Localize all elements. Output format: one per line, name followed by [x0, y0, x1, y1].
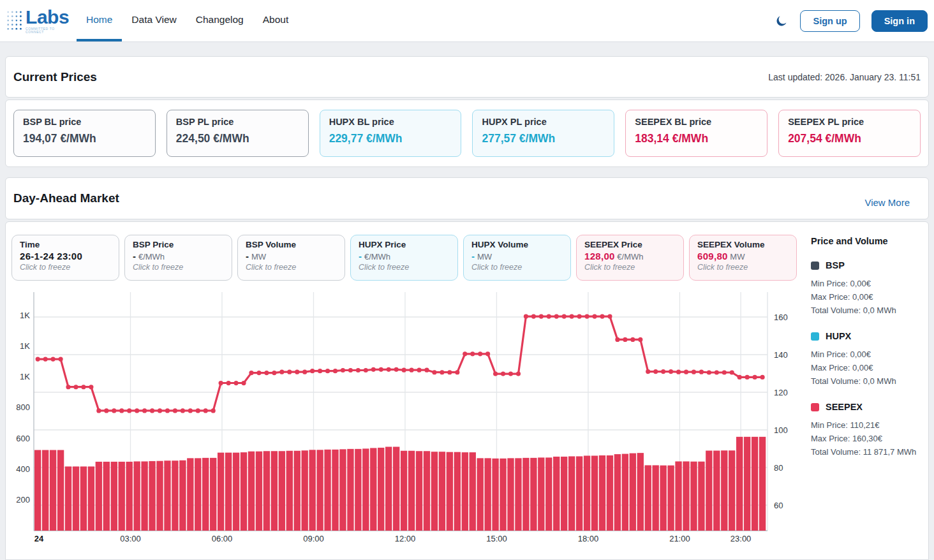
legend-series-bsp: BSP Min Price: 0,00€ Max Price: 0,00€ To… — [811, 260, 926, 317]
freeze-card-value: - — [133, 251, 136, 262]
legend-max-price: Max Price: 160,30€ — [811, 432, 926, 445]
chart-canvas[interactable]: 2004006008001K1K1K60801001201401602403:0… — [6, 287, 801, 560]
freeze-card-bsp-price[interactable]: BSP Price - €/MWh Click to freeze — [124, 235, 232, 281]
legend-max-price: Max Price: 0,00€ — [811, 361, 926, 374]
price-card-label: BSP BL price — [23, 117, 146, 127]
nav-item-data-view[interactable]: Data View — [122, 0, 186, 41]
freeze-card-label: Time — [20, 240, 111, 249]
sign-up-button[interactable]: Sign up — [800, 10, 859, 32]
legend-series-name: HUPX — [826, 331, 851, 341]
freeze-card-value: 609,80 — [697, 251, 728, 262]
price-card-value: 194,07 €/MWh — [23, 132, 146, 145]
legend-min-price: Min Price: 0,00€ — [811, 348, 926, 361]
freeze-card-hupx-price[interactable]: HUPX Price - €/MWh Click to freeze — [350, 235, 458, 281]
svg-text:09:00: 09:00 — [303, 534, 324, 543]
freeze-card-label: BSP Price — [133, 240, 224, 249]
svg-text:15:00: 15:00 — [486, 534, 507, 543]
moon-icon — [775, 15, 788, 27]
freeze-card-value: - — [359, 251, 362, 262]
price-card-bsp-pl: BSP PL price 224,50 €/MWh — [167, 110, 309, 157]
last-updated-text: Last updated: 2026. January 23. 11:51 — [768, 72, 921, 82]
price-card-seepex-pl: SEEPEX PL price 207,54 €/MWh — [778, 110, 921, 157]
svg-text:200: 200 — [16, 495, 30, 505]
main-nav: Home Data View Changelog About — [77, 0, 298, 41]
svg-text:140: 140 — [774, 350, 788, 360]
current-prices-header-panel: Current Prices Last updated: 2026. Janua… — [5, 56, 929, 98]
app-header: Labs COMMITTED TO CONNECT Home Data View… — [0, 0, 934, 42]
freeze-card-hint: Click to freeze — [359, 263, 450, 272]
nav-item-changelog[interactable]: Changelog — [186, 0, 253, 41]
freeze-card-unit: €/MWh — [138, 252, 165, 262]
svg-text:60: 60 — [774, 501, 783, 510]
freeze-card-hint: Click to freeze — [246, 263, 337, 272]
legend-title: Price and Volume — [811, 236, 926, 246]
view-more-link[interactable]: View More — [864, 197, 910, 208]
freeze-card-unit: €/MWh — [364, 252, 390, 262]
freeze-card-hint: Click to freeze — [697, 263, 789, 272]
price-card-label: BSP PL price — [176, 117, 299, 127]
seepex-swatch-icon — [811, 403, 819, 411]
legend-series-hupx: HUPX Min Price: 0,00€ Max Price: 0,00€ T… — [811, 331, 926, 388]
freeze-card-label: SEEPEX Price — [584, 240, 676, 249]
svg-text:100: 100 — [774, 425, 788, 435]
freeze-card-value: 26-1-24 23:00 — [20, 251, 82, 262]
freeze-card-unit: MW — [730, 252, 745, 262]
svg-text:600: 600 — [16, 434, 30, 443]
svg-text:12:00: 12:00 — [395, 534, 416, 543]
header-actions: Sign up Sign in — [775, 0, 934, 41]
svg-text:18:00: 18:00 — [578, 534, 599, 543]
legend-total-volume: Total Volume: 0,0 MWh — [811, 374, 926, 388]
freeze-card-seepex-volume[interactable]: SEEPEX Volume 609,80 MW Click to freeze — [689, 235, 797, 281]
svg-text:23:00: 23:00 — [730, 534, 752, 543]
svg-text:1K: 1K — [20, 341, 30, 351]
app-logo: Labs COMMITTED TO CONNECT — [0, 0, 71, 41]
freeze-card-label: BSP Volume — [246, 240, 337, 249]
hupx-swatch-icon — [811, 332, 819, 341]
legend-min-price: Min Price: 0,00€ — [811, 277, 926, 290]
legend-series-name: SEEPEX — [826, 402, 863, 412]
svg-text:800: 800 — [16, 402, 30, 412]
price-card-label: HUPX PL price — [482, 117, 605, 127]
price-volume-chart[interactable]: 2004006008001K1K1K60801001201401602403:0… — [6, 287, 801, 560]
freeze-card-hint: Click to freeze — [133, 263, 224, 272]
price-card-value: 229,77 €/MWh — [329, 132, 452, 145]
logo-dots — [5, 8, 24, 34]
freeze-card-value: - — [246, 251, 249, 262]
day-ahead-header-panel: Day-Ahead Market — [5, 177, 929, 219]
day-ahead-title: Day-Ahead Market — [13, 191, 119, 205]
current-prices-title: Current Prices — [13, 70, 97, 84]
sign-in-button[interactable]: Sign in — [871, 10, 928, 32]
svg-text:1K: 1K — [20, 372, 30, 381]
freeze-card-hint: Click to freeze — [584, 263, 676, 272]
freeze-card-time[interactable]: Time 26-1-24 23:00 Click to freeze — [11, 235, 119, 281]
nav-item-about[interactable]: About — [253, 0, 299, 41]
nav-item-home[interactable]: Home — [77, 0, 122, 41]
logo-text: Labs — [26, 8, 71, 27]
freeze-card-label: HUPX Price — [359, 240, 450, 249]
freeze-card-bsp-volume[interactable]: BSP Volume - MW Click to freeze — [237, 235, 345, 281]
legend-total-volume: Total Volume: 11 871,7 MWh — [811, 445, 926, 459]
svg-text:03:00: 03:00 — [120, 534, 141, 543]
bsp-swatch-icon — [811, 262, 819, 270]
freeze-card-hint: Click to freeze — [20, 263, 111, 272]
price-card-value: 207,54 €/MWh — [788, 132, 911, 145]
svg-text:06:00: 06:00 — [212, 534, 233, 543]
svg-text:24: 24 — [34, 534, 44, 543]
legend-total-volume: Total Volume: 0,0 MWh — [811, 304, 926, 317]
chart-legend: Price and Volume BSP Min Price: 0,00€ Ma… — [811, 236, 926, 473]
price-card-label: SEEPEX BL price — [635, 117, 758, 127]
svg-text:120: 120 — [774, 388, 788, 397]
freeze-card-hupx-volume[interactable]: HUPX Volume - MW Click to freeze — [463, 235, 571, 281]
legend-min-price: Min Price: 110,21€ — [811, 418, 926, 432]
price-card-value: 224,50 €/MWh — [176, 132, 299, 145]
freeze-card-label: HUPX Volume — [471, 240, 563, 249]
freeze-card-value: 128,00 — [584, 251, 615, 262]
freeze-card-label: SEEPEX Volume — [697, 240, 789, 249]
theme-toggle-button[interactable] — [775, 14, 789, 28]
legend-series-seepex: SEEPEX Min Price: 110,21€ Max Price: 160… — [811, 402, 926, 459]
svg-text:21:00: 21:00 — [669, 534, 690, 543]
freeze-card-unit: MW — [251, 252, 266, 262]
legend-max-price: Max Price: 0,00€ — [811, 290, 926, 304]
svg-text:1K: 1K — [20, 311, 30, 320]
freeze-card-seepex-price[interactable]: SEEPEX Price 128,00 €/MWh Click to freez… — [576, 235, 684, 281]
